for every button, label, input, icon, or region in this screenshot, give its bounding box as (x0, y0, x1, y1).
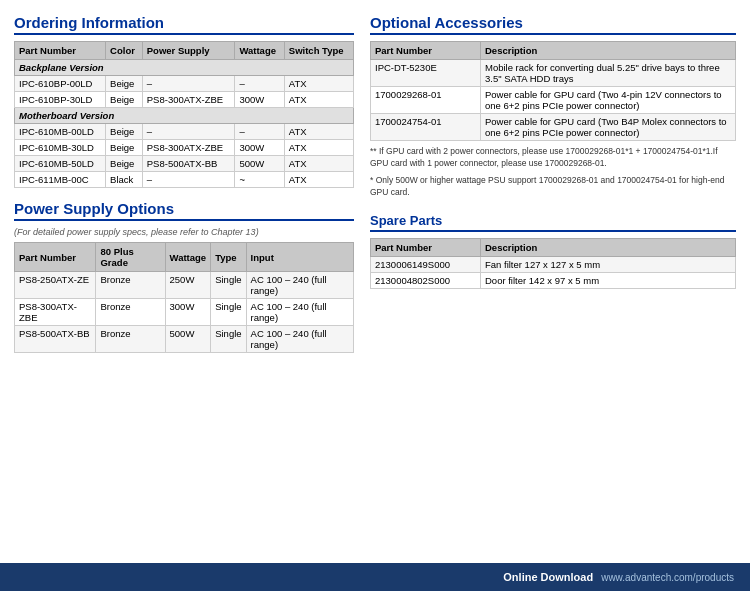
optional-accessories-table: Part Number Description IPC-DT-5230EMobi… (370, 41, 736, 141)
ordering-table: Part Number Color Power Supply Wattage S… (14, 41, 354, 188)
power-supply-title: Power Supply Options (14, 200, 354, 221)
ordering-section-header: Motherboard Version (15, 108, 354, 124)
table-row: IPC-611MB-00CBlack–~ATX (15, 172, 354, 188)
table-row: PS8-250ATX-ZEBronze250WSingleAC 100 – 24… (15, 272, 354, 299)
optional-accessories-title: Optional Accessories (370, 14, 736, 35)
ps-col-partnumber: Part Number (15, 243, 96, 272)
power-supply-note: (For detailed power supply specs, please… (14, 227, 354, 237)
ps-col-input: Input (246, 243, 353, 272)
table-row: 1700024754-01Power cable for GPU card (T… (371, 114, 736, 141)
spare-parts-title: Spare Parts (370, 213, 736, 232)
ordering-section-header: Backplane Version (15, 60, 354, 76)
ordering-col-partnumber: Part Number (15, 42, 106, 60)
ordering-col-powersupply: Power Supply (142, 42, 235, 60)
table-row: PS8-300ATX-ZBEBronze300WSingleAC 100 – 2… (15, 299, 354, 326)
footer-bar: Online Download www.advantech.com/produc… (0, 563, 750, 591)
ordering-col-switchtype: Switch Type (284, 42, 353, 60)
oa-footnote1: ** If GPU card with 2 power connectors, … (370, 146, 736, 170)
table-row: IPC-DT-5230EMobile rack for converting d… (371, 60, 736, 87)
sp-col-partnumber: Part Number (371, 238, 481, 256)
table-row: IPC-610MB-50LDBeigePS8-500ATX-BB500WATX (15, 156, 354, 172)
sp-col-description: Description (481, 238, 736, 256)
power-supply-table: Part Number 80 Plus Grade Wattage Type I… (14, 242, 354, 353)
ps-col-grade: 80 Plus Grade (96, 243, 165, 272)
table-row: IPC-610BP-00LDBeige––ATX (15, 76, 354, 92)
oa-col-partnumber: Part Number (371, 42, 481, 60)
table-row: IPC-610BP-30LDBeigePS8-300ATX-ZBE300WATX (15, 92, 354, 108)
table-row: PS8-500ATX-BBBronze500WSingleAC 100 – 24… (15, 326, 354, 353)
table-row: 2130004802S000Door filter 142 x 97 x 5 m… (371, 272, 736, 288)
table-row: 1700029268-01Power cable for GPU card (T… (371, 87, 736, 114)
online-download-url: www.advantech.com/products (601, 572, 734, 583)
oa-col-description: Description (481, 42, 736, 60)
ordering-col-wattage: Wattage (235, 42, 284, 60)
table-row: 2130006149S000Fan filter 127 x 127 x 5 m… (371, 256, 736, 272)
spare-parts-table: Part Number Description 2130006149S000Fa… (370, 238, 736, 289)
table-row: IPC-610MB-30LDBeigePS8-300ATX-ZBE300WATX (15, 140, 354, 156)
table-row: IPC-610MB-00LDBeige––ATX (15, 124, 354, 140)
oa-footnote2: * Only 500W or higher wattage PSU suppor… (370, 175, 736, 199)
online-download-label: Online Download (503, 571, 593, 583)
ordering-title: Ordering Information (14, 14, 354, 35)
ps-col-type: Type (211, 243, 246, 272)
ps-col-wattage: Wattage (165, 243, 211, 272)
ordering-col-color: Color (106, 42, 143, 60)
